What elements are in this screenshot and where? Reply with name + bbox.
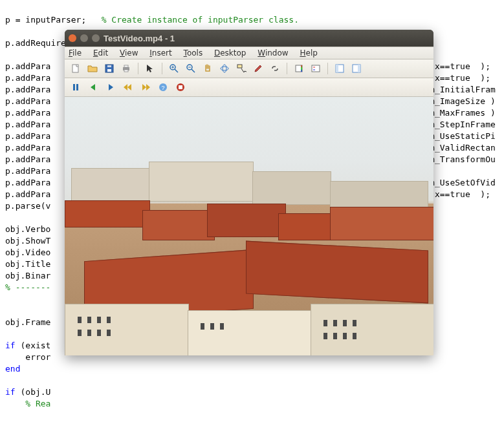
- code: p.parse(v: [5, 201, 50, 211]
- svg-rect-25: [358, 65, 360, 72]
- toolbar-video: ?: [65, 78, 433, 97]
- colorbar-icon[interactable]: [292, 61, 306, 76]
- svg-point-14: [221, 67, 228, 70]
- figure-window[interactable]: TestVideo.mp4 - 1 File Edit View Insert …: [65, 30, 433, 355]
- menu-help[interactable]: Help: [300, 48, 317, 58]
- code: p.addPara: [5, 131, 50, 141]
- pause-icon[interactable]: [69, 80, 83, 94]
- window-minimize-icon[interactable]: [80, 34, 88, 42]
- separator: [287, 63, 287, 74]
- code: obj.Verbo: [5, 224, 50, 234]
- data-cursor-icon[interactable]: [234, 61, 248, 76]
- print-icon[interactable]: [119, 61, 133, 76]
- menu-bar: File Edit View Insert Tools Desktop Wind…: [65, 47, 433, 59]
- code: p.addPara: [5, 73, 50, 83]
- new-file-icon[interactable]: [69, 61, 83, 76]
- code: if: [5, 387, 20, 397]
- svg-rect-6: [124, 70, 128, 72]
- code: p.addPara: [5, 189, 50, 199]
- titlebar[interactable]: TestVideo.mp4 - 1: [65, 30, 433, 47]
- code: obj.ShowT: [5, 236, 50, 246]
- code: p.addPara: [5, 154, 50, 164]
- figure-canvas[interactable]: [65, 97, 433, 355]
- code: p.addPara: [5, 96, 50, 106]
- code: % Create instance of inputParser class.: [102, 15, 299, 25]
- svg-rect-19: [312, 65, 320, 72]
- code: obj.Frame: [5, 317, 50, 327]
- play-icon[interactable]: [104, 80, 118, 94]
- separator: [138, 63, 138, 74]
- code: % Rea: [5, 399, 50, 408]
- svg-text:?: ?: [161, 85, 164, 91]
- zoom-out-icon[interactable]: [184, 61, 198, 76]
- code: p = inputParser;: [5, 15, 102, 25]
- brush-icon[interactable]: [251, 61, 265, 76]
- link-icon[interactable]: [268, 61, 282, 76]
- code: end: [5, 364, 20, 374]
- separator: [162, 63, 162, 74]
- rotate-3d-icon[interactable]: [217, 61, 232, 76]
- save-icon[interactable]: [102, 61, 116, 76]
- svg-rect-3: [107, 65, 111, 67]
- code: obj.Binar: [5, 271, 50, 280]
- pan-icon[interactable]: [201, 61, 215, 76]
- svg-rect-5: [124, 65, 128, 67]
- legend-icon[interactable]: [309, 61, 323, 76]
- plot-tools-show-icon[interactable]: [349, 61, 364, 76]
- svg-rect-16: [237, 65, 242, 68]
- code: obj.Title: [5, 259, 50, 269]
- code: p.addPara: [5, 108, 50, 118]
- last-frame-icon[interactable]: [138, 80, 153, 94]
- svg-rect-27: [76, 84, 78, 90]
- svg-point-15: [223, 65, 226, 72]
- toolbar-main: [65, 59, 433, 78]
- open-folder-icon[interactable]: [85, 61, 100, 76]
- svg-rect-31: [179, 85, 182, 89]
- code: % -------: [5, 282, 50, 292]
- menu-desktop[interactable]: Desktop: [214, 48, 247, 58]
- code: p.addPara: [5, 61, 50, 71]
- code: p.addPara: [5, 178, 50, 187]
- svg-rect-18: [301, 65, 302, 72]
- code: (exist: [20, 341, 50, 350]
- window-title: TestVideo.mp4 - 1: [104, 34, 175, 43]
- svg-rect-23: [336, 65, 338, 72]
- plot-tools-hide-icon[interactable]: [333, 61, 347, 76]
- step-back-icon[interactable]: [86, 80, 100, 94]
- code: if: [5, 341, 20, 350]
- separator: [327, 63, 328, 74]
- svg-rect-2: [107, 69, 111, 72]
- code: p.addPara: [5, 85, 50, 94]
- menu-edit[interactable]: Edit: [93, 48, 108, 58]
- code: p.addPara: [5, 120, 50, 129]
- svg-line-12: [192, 69, 195, 72]
- code: error: [5, 352, 50, 362]
- menu-window[interactable]: Window: [257, 48, 288, 58]
- pointer-icon[interactable]: [143, 61, 157, 76]
- window-maximize-icon[interactable]: [92, 34, 100, 42]
- zoom-in-icon[interactable]: [167, 61, 181, 76]
- help-icon[interactable]: ?: [156, 80, 170, 94]
- first-frame-icon[interactable]: [121, 80, 135, 94]
- svg-rect-0: [72, 65, 78, 72]
- svg-line-8: [175, 69, 178, 72]
- menu-tools[interactable]: Tools: [184, 48, 203, 58]
- menu-view[interactable]: View: [120, 48, 138, 58]
- code: (obj.U: [20, 387, 50, 397]
- code: obj.Video: [5, 248, 50, 257]
- code: p.addPara: [5, 166, 50, 176]
- window-close-icon[interactable]: [69, 34, 76, 42]
- stop-icon[interactable]: [173, 80, 188, 94]
- svg-rect-26: [73, 84, 75, 90]
- video-frame-image: [65, 97, 433, 355]
- menu-file[interactable]: File: [69, 48, 82, 58]
- code: p.addPara: [5, 143, 50, 153]
- menu-insert[interactable]: Insert: [149, 48, 171, 58]
